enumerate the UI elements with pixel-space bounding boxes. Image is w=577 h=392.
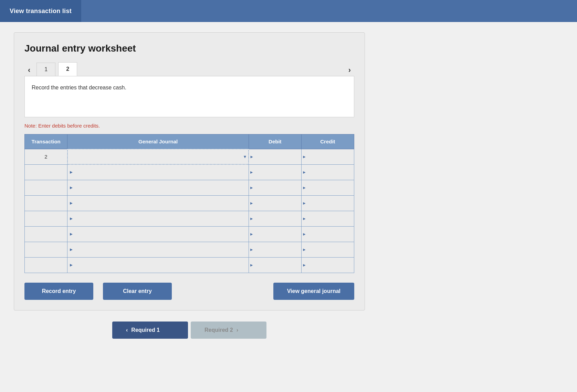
note-text: Note: Enter debits before credits. <box>24 123 354 129</box>
journal-input[interactable] <box>75 196 248 211</box>
prev-icon: ‹ <box>126 327 128 333</box>
row-arrow-icon: ► <box>67 262 75 268</box>
credit-input[interactable] <box>305 149 354 164</box>
debit-cell[interactable]: ► <box>249 195 301 211</box>
debit-cell[interactable]: ► <box>249 211 301 226</box>
row-arrow-icon: ► <box>67 231 75 237</box>
credit-arrow-icon: ► <box>302 247 306 252</box>
transaction-cell <box>25 195 67 211</box>
transaction-cell <box>25 242 67 257</box>
debit-input[interactable] <box>252 242 301 257</box>
view-transaction-button[interactable]: View transaction list <box>0 0 81 22</box>
debit-arrow-icon: ► <box>250 185 254 190</box>
row-arrow-icon: ► <box>67 216 75 221</box>
credit-cell[interactable]: ► <box>301 211 354 226</box>
row-arrow-icon: ► <box>67 185 75 190</box>
tab-next-button[interactable]: › <box>345 64 354 76</box>
next-icon: › <box>237 327 238 333</box>
debit-cell[interactable]: ► <box>249 164 301 180</box>
credit-cell[interactable]: ► <box>301 164 354 180</box>
table-row: ► ► ► <box>25 164 354 180</box>
credit-input[interactable] <box>305 165 354 180</box>
debit-arrow-icon: ► <box>250 201 254 206</box>
tabs-row: ‹ 1 2 › <box>24 62 354 76</box>
journal-cell[interactable]: ► <box>67 164 249 180</box>
journal-input[interactable] <box>75 211 248 226</box>
journal-cell[interactable]: ► <box>67 242 249 257</box>
th-general-journal: General Journal <box>67 134 249 149</box>
instruction-text: Record the entries that decrease cash. <box>32 85 347 91</box>
th-debit: Debit <box>249 134 301 149</box>
table-row: ► ► ► <box>25 180 354 195</box>
journal-cell[interactable]: ► <box>67 180 249 195</box>
transaction-cell: 2 <box>25 149 67 164</box>
top-bar: View transaction list <box>0 0 577 22</box>
credit-input[interactable] <box>305 196 354 211</box>
tab-2[interactable]: 2 <box>58 62 77 76</box>
view-general-journal-button[interactable]: View general journal <box>273 283 354 300</box>
debit-input[interactable] <box>252 211 301 226</box>
journal-cell[interactable]: ► <box>67 211 249 226</box>
transaction-cell <box>25 180 67 195</box>
credit-input[interactable] <box>305 242 354 257</box>
debit-input[interactable] <box>252 149 301 164</box>
debit-cell[interactable]: ► <box>249 226 301 242</box>
transaction-cell <box>25 211 67 226</box>
debit-input[interactable] <box>252 165 301 180</box>
debit-arrow-icon: ► <box>250 232 254 237</box>
debit-cell[interactable]: ► <box>249 180 301 195</box>
credit-input[interactable] <box>305 258 354 273</box>
credit-cell[interactable]: ► <box>301 149 354 164</box>
record-entry-button[interactable]: Record entry <box>24 283 93 300</box>
credit-cell[interactable]: ► <box>301 180 354 195</box>
journal-cell[interactable]: ► <box>67 257 249 273</box>
required-2-button: Required 2 › <box>191 322 266 339</box>
credit-input[interactable] <box>305 211 354 226</box>
credit-cell[interactable]: ► <box>301 257 354 273</box>
tab-1[interactable]: 1 <box>36 63 55 76</box>
journal-input[interactable] <box>75 227 248 242</box>
tab-prev-button[interactable]: ‹ <box>24 64 34 76</box>
row-arrow-icon: ► <box>67 170 75 175</box>
journal-table: Transaction General Journal Debit Credit… <box>24 134 354 273</box>
journal-input[interactable] <box>68 149 241 164</box>
table-row: ► ► ► <box>25 195 354 211</box>
credit-cell[interactable]: ► <box>301 195 354 211</box>
credit-arrow-icon: ► <box>302 216 306 221</box>
table-row: ► ► ► <box>25 211 354 226</box>
credit-input[interactable] <box>305 180 354 195</box>
debit-cell[interactable]: ► <box>249 257 301 273</box>
journal-input[interactable] <box>75 165 248 180</box>
journal-cell[interactable]: ► <box>67 195 249 211</box>
debit-cell[interactable]: ► <box>249 149 301 164</box>
credit-input[interactable] <box>305 227 354 242</box>
clear-entry-button[interactable]: Clear entry <box>103 283 172 300</box>
th-credit: Credit <box>301 134 354 149</box>
journal-cell[interactable]: ▼ <box>67 149 249 164</box>
dropdown-arrow-icon: ▼ <box>241 154 248 159</box>
debit-cell[interactable]: ► <box>249 242 301 257</box>
action-buttons-row: Record entry Clear entry View general jo… <box>24 283 354 300</box>
journal-cell[interactable]: ► <box>67 226 249 242</box>
row-arrow-icon: ► <box>67 200 75 206</box>
main-content: Journal entry worksheet ‹ 1 2 › Record t… <box>0 22 379 349</box>
transaction-cell <box>25 164 67 180</box>
journal-input[interactable] <box>75 242 248 257</box>
credit-cell[interactable]: ► <box>301 242 354 257</box>
debit-input[interactable] <box>252 227 301 242</box>
debit-input[interactable] <box>252 180 301 195</box>
credit-arrow-icon: ► <box>302 232 306 237</box>
journal-input[interactable] <box>75 180 248 195</box>
tab-content-area: Record the entries that decrease cash. <box>24 76 354 117</box>
table-row: ► ► ► <box>25 242 354 257</box>
debit-input[interactable] <box>252 258 301 273</box>
journal-input[interactable] <box>75 258 248 273</box>
worksheet-container: Journal entry worksheet ‹ 1 2 › Record t… <box>14 32 365 311</box>
transaction-cell <box>25 226 67 242</box>
credit-arrow-icon: ► <box>302 263 306 268</box>
credit-cell[interactable]: ► <box>301 226 354 242</box>
debit-arrow-icon: ► <box>250 263 254 268</box>
table-row: 2 ▼ ► ► <box>25 149 354 164</box>
debit-input[interactable] <box>252 196 301 211</box>
required-1-button[interactable]: ‹ Required 1 <box>112 322 188 339</box>
